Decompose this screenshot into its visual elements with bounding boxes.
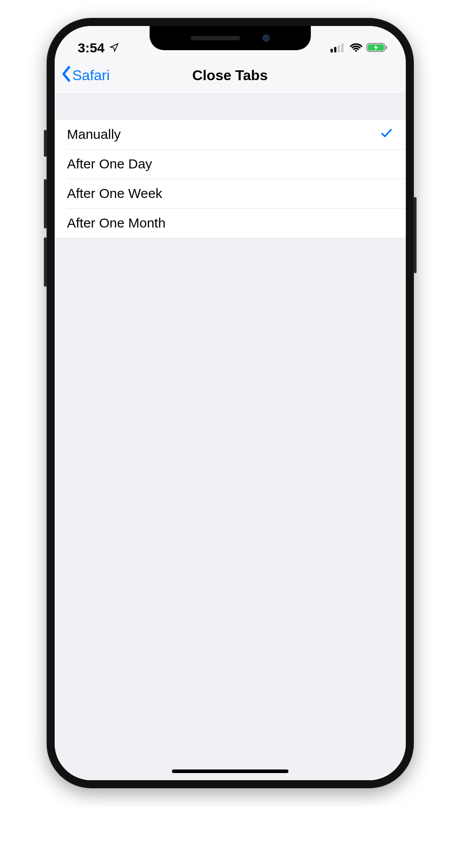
front-camera (262, 34, 270, 42)
close-tabs-option-list: Manually After One Day After One Week Af… (55, 119, 406, 238)
option-after-one-week[interactable]: After One Week (55, 179, 406, 208)
speaker-grille (191, 36, 240, 40)
notch (150, 26, 311, 50)
nav-bar: Safari Close Tabs (55, 57, 406, 94)
svg-rect-5 (386, 46, 387, 49)
option-label: After One Week (67, 186, 163, 201)
cellular-signal-icon (331, 40, 346, 56)
status-right (331, 40, 388, 56)
content-area: Manually After One Day After One Week Af… (55, 94, 406, 780)
battery-charging-icon (366, 40, 388, 56)
option-after-one-month[interactable]: After One Month (55, 208, 406, 238)
option-label: After One Day (67, 156, 152, 172)
silence-switch[interactable] (44, 130, 47, 157)
status-time: 3:54 (78, 40, 105, 56)
back-button[interactable]: Safari (61, 66, 110, 86)
back-label: Safari (73, 67, 110, 84)
location-arrow-icon (109, 40, 119, 56)
status-left: 3:54 (78, 40, 119, 56)
power-button[interactable] (414, 197, 417, 273)
option-label: Manually (67, 127, 121, 142)
volume-up-button[interactable] (44, 179, 47, 228)
checkmark-icon (380, 126, 393, 143)
svg-rect-0 (331, 49, 333, 52)
wifi-icon (349, 40, 363, 56)
device-frame: 3:54 (47, 18, 414, 788)
option-after-one-day[interactable]: After One Day (55, 149, 406, 179)
option-label: After One Month (67, 215, 166, 231)
group-spacer (55, 94, 406, 119)
home-indicator[interactable] (172, 769, 288, 773)
chevron-left-icon (61, 66, 72, 86)
volume-down-button[interactable] (44, 237, 47, 287)
screen: 3:54 (55, 26, 406, 780)
option-manually[interactable]: Manually (55, 120, 406, 149)
svg-rect-2 (338, 45, 340, 52)
svg-rect-3 (341, 43, 344, 52)
svg-rect-1 (334, 47, 336, 52)
